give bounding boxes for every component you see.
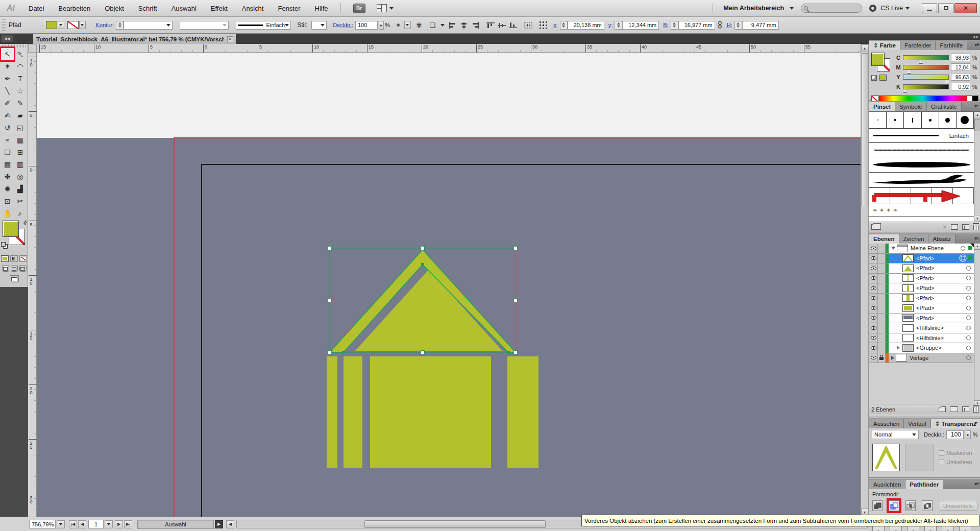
target-circle-icon[interactable] xyxy=(966,286,971,291)
delete-layer-icon[interactable] xyxy=(973,407,978,413)
tab-verlauf[interactable]: Verlauf xyxy=(904,419,931,428)
selection-tool[interactable]: ↖ xyxy=(1,48,14,60)
disclosure-triangle-icon[interactable] xyxy=(897,346,900,350)
brush-item[interactable] xyxy=(939,112,957,128)
intersect-button[interactable] xyxy=(905,500,916,511)
unite-button[interactable] xyxy=(872,500,883,511)
zoom-tool[interactable]: ⌕ xyxy=(14,207,27,220)
opacity-spinner[interactable]: ▸ xyxy=(966,430,971,439)
slider-handle[interactable] xyxy=(945,80,949,83)
disclosure-triangle-icon[interactable] xyxy=(891,247,895,250)
layer-row[interactable]: Meine Ebene xyxy=(869,244,974,254)
color-button[interactable] xyxy=(1,255,9,262)
canvas[interactable] xyxy=(37,53,861,517)
distribute-icon[interactable] xyxy=(524,22,532,29)
layer-row[interactable]: <Pfad> xyxy=(869,313,974,324)
align-right-icon[interactable] xyxy=(471,22,479,29)
channel-value-field[interactable]: 38,93 xyxy=(951,54,970,61)
layer-name[interactable]: <Pfad> xyxy=(916,305,966,311)
menu-item[interactable]: Ansicht xyxy=(235,5,271,12)
lasso-tool[interactable]: ◠ xyxy=(14,60,27,73)
brush-item[interactable] xyxy=(922,112,939,128)
scroll-down-icon[interactable]: ▼ xyxy=(974,215,980,222)
tab-ebenen[interactable]: Ebenen xyxy=(869,234,899,244)
slider-handle[interactable] xyxy=(903,89,907,92)
lock-toggle[interactable] xyxy=(878,313,886,323)
zoom-level-field[interactable]: 756,79% xyxy=(29,520,56,528)
select-similar-dropdown[interactable] xyxy=(404,21,411,29)
fill-proxy[interactable] xyxy=(3,221,19,237)
visibility-toggle[interactable] xyxy=(869,303,878,313)
menu-item[interactable]: Hilfe xyxy=(308,5,335,12)
tab-absatz[interactable]: Absatz xyxy=(928,234,955,244)
charcoal-brush-row[interactable] xyxy=(869,143,974,157)
brush-options-icon[interactable] xyxy=(951,224,958,230)
free-transform-tool[interactable]: ▦ xyxy=(14,134,27,146)
slice-tool[interactable]: ✂ xyxy=(14,195,27,207)
new-sublayer-icon[interactable] xyxy=(950,406,958,412)
panel-menu-icon[interactable]: ▾≡ xyxy=(974,481,979,487)
scrollbar-thumb[interactable] xyxy=(364,520,546,528)
brush-list-scrollbar[interactable]: ▲ ▼ xyxy=(974,112,980,222)
target-circle-icon[interactable] xyxy=(966,326,971,330)
first-artboard-button[interactable]: |◀ xyxy=(69,520,77,528)
hand-tool[interactable]: ✋ xyxy=(1,207,14,220)
fill-proxy[interactable] xyxy=(871,53,885,66)
ornament-pattern-brush-row[interactable]: ❧ ✦ ✦ ❧ xyxy=(869,204,974,216)
tab-symbole[interactable]: Symbole xyxy=(895,102,927,111)
maskieren-checkbox[interactable]: Maskieren xyxy=(939,450,977,456)
layer-row[interactable]: <Pfad> xyxy=(869,263,974,274)
swap-fill-stroke-icon[interactable]: ⇄ xyxy=(21,219,29,226)
panel-menu-icon[interactable]: ▾≡ xyxy=(974,420,979,426)
channel-value-field[interactable]: 12,04 xyxy=(951,63,970,71)
lock-toggle[interactable] xyxy=(878,274,886,283)
workspace-switcher[interactable]: Mein Arbeitsbereich xyxy=(723,5,784,12)
panel-grip[interactable] xyxy=(2,44,26,47)
x-stepper[interactable] xyxy=(560,21,568,30)
channel-value-field[interactable]: 0,92 xyxy=(951,83,970,90)
vertical-scrollbar[interactable]: ▲ ▼ xyxy=(861,44,869,517)
align-center-icon[interactable] xyxy=(460,22,468,29)
brush-item[interactable] xyxy=(957,112,974,128)
target-circle-icon[interactable] xyxy=(966,316,971,320)
status-menu-icon[interactable]: ▶ xyxy=(215,520,223,528)
target-circle-icon[interactable] xyxy=(961,246,965,251)
default-fill-stroke-icon[interactable] xyxy=(1,242,8,249)
target-circle-icon[interactable] xyxy=(966,335,971,340)
width-value[interactable]: 16,977 mm xyxy=(678,21,715,30)
next-artboard-button[interactable]: ▶ xyxy=(115,520,123,528)
select-similar-icon[interactable]: ✶ xyxy=(396,21,401,29)
blend-mode-combo[interactable]: Normal xyxy=(872,430,919,439)
shape-builder-tool[interactable]: ❏ xyxy=(1,146,14,158)
disclosure-triangle-icon[interactable] xyxy=(891,356,894,360)
layer-name[interactable]: <Pfad> xyxy=(916,315,966,321)
star-tool[interactable]: ☆ xyxy=(14,85,27,97)
recolor-artwork-icon[interactable]: ✾ xyxy=(416,21,422,29)
layer-name[interactable]: <Gruppe> xyxy=(916,345,966,351)
selection-indicator[interactable] xyxy=(968,256,972,260)
direct-selection-tool[interactable]: ↖ xyxy=(14,48,27,60)
cs-live-button[interactable]: CS Live xyxy=(880,5,903,12)
style-combo[interactable] xyxy=(311,21,327,30)
y-position-link[interactable]: y: xyxy=(608,22,613,28)
layer-name[interactable]: <Hilfslinie> xyxy=(916,325,966,331)
opacity-value[interactable]: 100 xyxy=(355,21,378,30)
fill-dropdown[interactable] xyxy=(58,21,64,29)
menu-item[interactable]: Objekt xyxy=(97,5,131,12)
status-display[interactable]: Auswahl xyxy=(137,520,214,529)
x-value[interactable]: 20,138 mm xyxy=(568,21,604,30)
target-circle-icon[interactable] xyxy=(966,346,971,350)
tab-grafikstile[interactable]: Grafikstile xyxy=(927,102,962,111)
umkehren-checkbox[interactable]: Umkehren xyxy=(939,459,977,465)
visibility-toggle[interactable] xyxy=(869,244,878,253)
artboard-number-field[interactable]: 1 xyxy=(88,520,104,528)
tab-farbfelder[interactable]: Farbfelder xyxy=(900,41,936,50)
tab-farbhilfe[interactable]: Farbhilfe xyxy=(936,41,967,50)
perspective-grid-tool[interactable]: ⊞ xyxy=(14,146,27,158)
collapse-dock-icon[interactable]: ◀◀ xyxy=(973,35,977,38)
blend-tool[interactable]: ◎ xyxy=(14,171,27,183)
draw-inside-button[interactable] xyxy=(19,265,27,272)
new-layer-icon[interactable] xyxy=(962,406,969,412)
lock-toggle[interactable] xyxy=(878,283,886,293)
lock-toggle[interactable] xyxy=(878,343,886,353)
